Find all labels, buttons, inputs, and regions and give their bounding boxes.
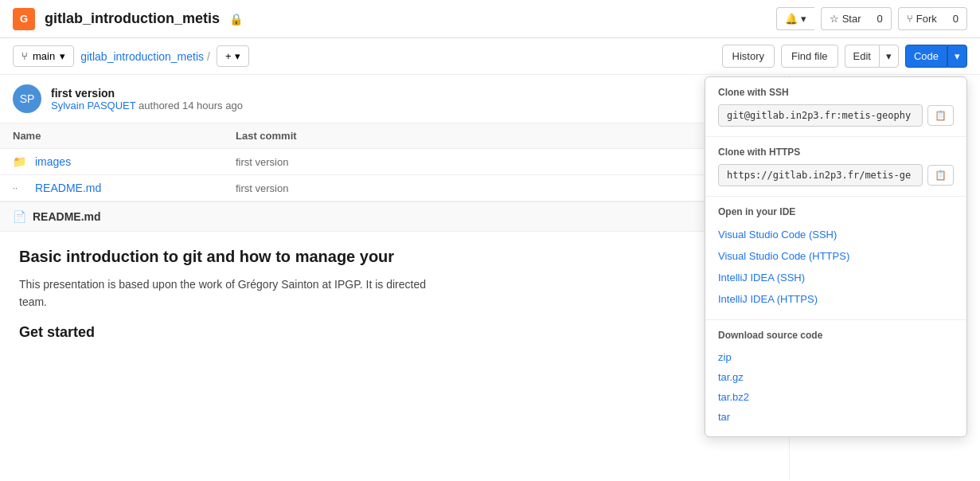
clone-https-section: Clone with HTTPS 📋 [705, 137, 966, 197]
avatar: SP [13, 84, 41, 113]
clone-https-title: Clone with HTTPS [718, 147, 954, 158]
breadcrumb-repo-link[interactable]: gitlab_introduction_metis [80, 50, 204, 63]
breadcrumb-right: History Find file Edit ▾ Code ▾ Clone wi… [722, 45, 967, 68]
file-table-header: Name Last commit [0, 123, 789, 149]
readme-paragraph2: team. [19, 295, 47, 308]
file-name-images[interactable]: images [35, 155, 236, 168]
clone-ssh-input[interactable] [718, 104, 923, 127]
readme-content: Basic introduction to git and how to man… [0, 232, 789, 363]
file-name-readme[interactable]: README.md [35, 182, 236, 194]
content-area: SP first version Sylvain PASQUET authore… [0, 75, 789, 479]
code-dropdown: Clone with SSH 📋 Clone with HTTPS 📋 [705, 76, 967, 437]
top-bar-left: G gitlab_introduction_metis 🔒 [13, 8, 243, 30]
notification-button[interactable]: 🔔 ▾ [776, 7, 814, 30]
breadcrumb-bar: ⑂ main ▾ gitlab_introduction_metis / + ▾… [0, 38, 980, 75]
ide-intellij-https[interactable]: IntelliJ IDEA (HTTPS) [718, 288, 954, 310]
clone-ssh-copy-button[interactable]: 📋 [927, 105, 954, 126]
download-title: Download source code [718, 330, 954, 341]
download-tarbz2[interactable]: tar.bz2 [718, 387, 954, 407]
code-button-group: Code ▾ Clone with SSH 📋 Clone with HTTPS [905, 45, 967, 68]
fork-count: 0 [945, 7, 967, 30]
download-tar[interactable]: tar [718, 407, 954, 427]
find-file-button[interactable]: Find file [781, 45, 838, 68]
readme-header: 📄 README.md [0, 201, 789, 232]
file-md-icon: ·· [13, 183, 29, 193]
ide-vscode-https[interactable]: Visual Studio Code (HTTPS) [718, 245, 954, 267]
fork-button[interactable]: ⑂ Fork [898, 7, 945, 30]
readme-subheading: Get started [19, 324, 770, 341]
readme-heading: Basic introduction to git and how to man… [19, 248, 770, 266]
download-section: Download source code zip tar.gz tar.bz2 … [705, 320, 966, 436]
add-chevron-icon: ▾ [235, 50, 240, 62]
commit-authored-text: authored [139, 100, 182, 111]
commit-info: SP first version Sylvain PASQUET authore… [0, 75, 789, 123]
code-button[interactable]: Code [905, 45, 947, 68]
col-commit-header: Last commit [236, 130, 776, 142]
clone-ssh-section: Clone with SSH 📋 [705, 77, 966, 137]
file-commit-images: first version [236, 156, 776, 168]
file-row-readme: ·· README.md first version [0, 175, 789, 201]
clone-https-input[interactable] [718, 164, 923, 186]
star-icon: ☆ [830, 13, 839, 25]
breadcrumb-separator: / [207, 50, 210, 63]
open-ide-section: Open in your IDE Visual Studio Code (SSH… [705, 197, 966, 320]
open-ide-title: Open in your IDE [718, 206, 954, 217]
readme-header-title: README.md [33, 210, 101, 223]
clone-ssh-title: Clone with SSH [718, 87, 954, 98]
ide-vscode-ssh[interactable]: Visual Studio Code (SSH) [718, 224, 954, 245]
top-bar-right: 🔔 ▾ ☆ Star 0 ⑂ Fork 0 [776, 7, 967, 30]
readme-file-icon: 📄 [13, 210, 26, 223]
star-button[interactable]: ☆ Star [821, 7, 869, 30]
col-name-header: Name [13, 130, 236, 142]
branch-name: main [33, 50, 55, 62]
gitlab-logo[interactable]: G [13, 8, 35, 30]
star-count: 0 [869, 7, 892, 30]
history-button[interactable]: History [722, 45, 775, 68]
fork-label: Fork [916, 13, 937, 25]
commit-text: first version Sylvain PASQUET authored 1… [51, 87, 243, 111]
notification-group: 🔔 ▾ [776, 7, 814, 30]
add-file-button[interactable]: + ▾ [217, 45, 249, 67]
top-bar: G gitlab_introduction_metis 🔒 🔔 ▾ ☆ Star… [0, 0, 980, 38]
folder-icon: 📁 [13, 155, 29, 168]
commit-meta: Sylvain PASQUET authored 14 hours ago [51, 100, 243, 111]
star-group: ☆ Star 0 [821, 7, 892, 30]
repo-title: gitlab_introduction_metis [45, 10, 220, 27]
breadcrumb-left: ⑂ main ▾ gitlab_introduction_metis / + ▾ [13, 45, 249, 67]
branch-icon: ⑂ [21, 50, 28, 62]
clone-https-copy-button[interactable]: 📋 [927, 165, 954, 186]
edit-dropdown-button[interactable]: ▾ [879, 45, 899, 68]
readme-paragraph-text: This presentation is based upon the work… [19, 278, 426, 291]
commit-time: 14 hours ago [182, 100, 243, 111]
fork-icon: ⑂ [907, 13, 913, 25]
clone-ssh-wrap: 📋 [718, 104, 954, 127]
ide-intellij-ssh[interactable]: IntelliJ IDEA (SSH) [718, 267, 954, 288]
breadcrumb-path: gitlab_introduction_metis / [80, 50, 210, 63]
commit-message: first version [51, 87, 243, 100]
bell-icon: 🔔 [785, 13, 798, 25]
edit-button[interactable]: Edit [845, 45, 879, 68]
readme-paragraph: This presentation is based upon the work… [19, 276, 770, 311]
chevron-down-icon: ▾ [801, 13, 806, 25]
branch-chevron-icon: ▾ [60, 50, 65, 62]
download-zip[interactable]: zip [718, 347, 954, 367]
file-commit-readme: first version [236, 182, 776, 194]
clone-https-wrap: 📋 [718, 164, 954, 186]
branch-selector[interactable]: ⑂ main ▾ [13, 45, 74, 67]
edit-button-group: Edit ▾ [845, 45, 899, 68]
download-targz[interactable]: tar.gz [718, 367, 954, 387]
code-dropdown-arrow[interactable]: ▾ [947, 45, 967, 68]
fork-group: ⑂ Fork 0 [898, 7, 967, 30]
lock-icon: 🔒 [229, 13, 243, 25]
commit-author-link[interactable]: Sylvain PASQUET [51, 100, 135, 111]
file-row-images: 📁 images first version [0, 149, 789, 175]
plus-icon: + [225, 50, 232, 62]
star-label: Star [842, 13, 861, 25]
